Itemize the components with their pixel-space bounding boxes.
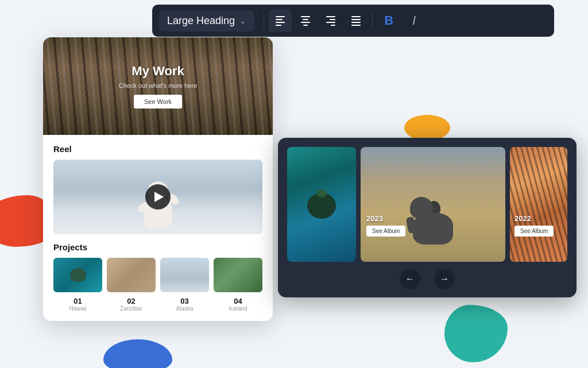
- gallery-image-elephant: 2023 See Album: [361, 147, 505, 262]
- gallery-badge-2022: 2022 See Album: [514, 214, 554, 237]
- heading-style-label: Large Heading: [167, 15, 235, 27]
- project-thumb-3[interactable]: [160, 258, 209, 292]
- align-right-icon: [326, 16, 335, 26]
- toolbar-divider-1: [264, 13, 264, 29]
- align-justify-button[interactable]: [345, 9, 368, 32]
- reel-section-title: Reel: [53, 144, 262, 154]
- project-num-3: 03: [160, 297, 209, 305]
- gallery-image-tiger: 2022 See Album: [510, 147, 567, 262]
- project-num-2: 02: [107, 297, 156, 305]
- blob-teal-decoration: [444, 305, 508, 362]
- project-num-1: 01: [53, 297, 102, 305]
- project-name-4: Iceland: [214, 305, 262, 312]
- gallery-navigation: ← →: [287, 269, 567, 289]
- play-button[interactable]: [145, 184, 171, 210]
- formatting-toolbar: Large Heading ⌄ B I: [152, 5, 554, 37]
- project-name-2: Zanzibar: [107, 305, 156, 312]
- see-album-button-2022[interactable]: See Album: [514, 226, 554, 237]
- hero-subtitle: Check out what's more here: [119, 82, 198, 89]
- gallery-year-2022: 2022: [514, 214, 554, 223]
- see-album-button-2023[interactable]: See Album: [366, 226, 405, 237]
- gallery-year-2023: 2023: [366, 214, 405, 223]
- gallery-images-container: 2023 See Album 2022 See Album: [287, 147, 567, 262]
- projects-labels: 01 Hawaii 02 Zanzibar 03 Alaska 04 Icela…: [53, 297, 262, 312]
- align-left-icon: [276, 16, 285, 26]
- gallery-card: 2023 See Album 2022 See Album ← →: [278, 138, 577, 297]
- see-work-button[interactable]: See Work: [134, 95, 182, 109]
- card-content: Reel Projects: [43, 135, 273, 321]
- blob-blue-decoration: [103, 339, 172, 368]
- align-center-button[interactable]: [294, 9, 317, 32]
- gallery-badge-2023: 2023 See Album: [366, 214, 405, 237]
- elephant-illustration: [407, 193, 459, 245]
- align-justify-icon: [351, 16, 361, 26]
- project-thumb-1[interactable]: [53, 258, 102, 292]
- tiger-stripes: [510, 147, 567, 262]
- projects-grid: [53, 258, 262, 292]
- project-label-1: 01 Hawaii: [53, 297, 102, 312]
- project-name-3: Alaska: [160, 305, 209, 312]
- website-preview-card: My Work Check out what's more here See W…: [43, 37, 273, 321]
- play-icon: [154, 192, 164, 202]
- project-label-4: 04 Iceland: [214, 297, 262, 312]
- italic-button[interactable]: I: [403, 9, 425, 32]
- project-label-3: 03 Alaska: [160, 297, 209, 312]
- project-thumb-2[interactable]: [107, 258, 156, 292]
- project-thumb-4[interactable]: [214, 258, 262, 292]
- chevron-down-icon: ⌄: [239, 16, 246, 25]
- align-right-button[interactable]: [319, 9, 342, 32]
- gallery-prev-button[interactable]: ←: [400, 269, 420, 289]
- project-num-4: 04: [214, 297, 262, 305]
- reel-container: [53, 160, 262, 234]
- bold-button[interactable]: B: [377, 9, 400, 32]
- gallery-image-turtle: [287, 147, 356, 262]
- blob-yellow-decoration: [404, 115, 450, 141]
- align-left-button[interactable]: [269, 9, 292, 32]
- turtle-illustration: [301, 187, 342, 222]
- heading-style-select[interactable]: Large Heading ⌄: [159, 10, 254, 32]
- turtle-head: [316, 189, 327, 197]
- hero-section: My Work Check out what's more here See W…: [43, 37, 273, 135]
- hero-title: My Work: [131, 64, 184, 79]
- hero-overlay: My Work Check out what's more here See W…: [43, 37, 273, 135]
- toolbar-divider-2: [372, 13, 373, 29]
- project-name-1: Hawaii: [53, 305, 102, 312]
- projects-section-title: Projects: [53, 242, 262, 252]
- align-center-icon: [301, 16, 310, 26]
- elephant-head: [410, 197, 433, 219]
- gallery-next-button[interactable]: →: [434, 269, 455, 289]
- project-label-2: 02 Zanzibar: [107, 297, 156, 312]
- turtle-icon: [70, 268, 86, 282]
